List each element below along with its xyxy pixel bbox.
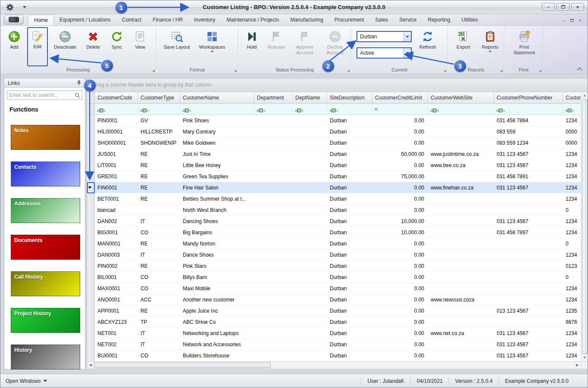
cell[interactable]: 0.00 bbox=[372, 238, 428, 249]
table-row[interactable]: BET0001REBetties Summer Shop at t...Durb… bbox=[87, 193, 581, 205]
cell[interactable]: Dance Shoes bbox=[180, 249, 254, 261]
cell[interactable]: 9876 bbox=[563, 317, 581, 328]
cell[interactable]: Durban bbox=[327, 137, 372, 149]
cell[interactable]: BET0001 bbox=[95, 193, 138, 205]
cell[interactable]: RE bbox=[138, 182, 180, 193]
row-indicator[interactable] bbox=[87, 126, 95, 137]
cell[interactable] bbox=[428, 238, 494, 249]
cell[interactable]: 1235 bbox=[563, 305, 581, 317]
cell[interactable] bbox=[494, 317, 563, 328]
cell[interactable]: CO bbox=[138, 227, 180, 238]
cell[interactable] bbox=[293, 238, 327, 249]
cell[interactable]: 031 123 4567 bbox=[494, 160, 563, 171]
table-row[interactable]: DAN0003ITDance ShoesDurban0.001234 bbox=[87, 249, 581, 261]
cell[interactable]: LIT0001 bbox=[95, 160, 138, 171]
application-menu-button[interactable] bbox=[4, 15, 24, 25]
table-row[interactable]: PIN0002REPink StarsDurban0.000123 bbox=[87, 261, 581, 272]
cell[interactable] bbox=[494, 261, 563, 272]
cell[interactable] bbox=[428, 115, 494, 126]
cell[interactable]: 0 bbox=[563, 272, 581, 283]
selected-row-indicator[interactable]: ▶ bbox=[87, 182, 95, 193]
cell[interactable]: JUS001 bbox=[95, 149, 138, 160]
cell[interactable]: www.justintime.co.za bbox=[428, 149, 494, 160]
tab-procurement[interactable]: Procurement bbox=[329, 15, 370, 25]
cell[interactable] bbox=[293, 317, 327, 328]
collapse-ribbon-icon[interactable] bbox=[575, 67, 583, 72]
cell[interactable]: Maxi Mobile bbox=[180, 283, 254, 294]
cell[interactable] bbox=[254, 339, 293, 350]
cell[interactable] bbox=[254, 272, 293, 283]
cell[interactable]: CO bbox=[138, 272, 180, 283]
column-header-customername[interactable]: CustomerName bbox=[180, 92, 254, 104]
filter-cell[interactable]: aBc bbox=[95, 104, 138, 115]
cell[interactable] bbox=[293, 205, 327, 216]
filter-cell[interactable]: aBc bbox=[428, 104, 494, 115]
cell[interactable]: 031 123 4567 bbox=[494, 339, 563, 350]
cell[interactable]: 0.00 bbox=[372, 339, 428, 350]
cell[interactable] bbox=[428, 193, 494, 205]
reports-button[interactable]: Reports bbox=[478, 27, 502, 66]
mdi-close-icon[interactable]: × bbox=[579, 18, 582, 23]
cell[interactable] bbox=[428, 137, 494, 149]
cell[interactable]: SHO000001 bbox=[95, 137, 138, 149]
cell[interactable]: ABCXYZ123 bbox=[95, 317, 138, 328]
cell[interactable] bbox=[254, 294, 293, 305]
cell[interactable] bbox=[428, 205, 494, 216]
table-row[interactable]: JUS001REJust In TimeDurban50,000.00www.j… bbox=[87, 149, 581, 160]
cell[interactable]: 1234 bbox=[563, 216, 581, 227]
pin-icon[interactable] bbox=[76, 80, 82, 86]
cell[interactable] bbox=[254, 350, 293, 361]
sidebar-item-contacts[interactable]: Contacts bbox=[11, 161, 80, 186]
cell[interactable]: Little Bee Honey bbox=[180, 160, 254, 171]
cell[interactable]: 0123 bbox=[563, 261, 581, 272]
cell[interactable] bbox=[254, 115, 293, 126]
mdi-restore-icon[interactable] bbox=[570, 19, 574, 22]
cell[interactable]: DAN002 bbox=[95, 216, 138, 227]
cell[interactable]: 1234 bbox=[563, 350, 581, 361]
chevron-down-icon[interactable] bbox=[403, 48, 411, 58]
search-icon[interactable] bbox=[74, 92, 81, 99]
cell[interactable] bbox=[254, 160, 293, 171]
sidebar-item-documents[interactable]: Documents bbox=[11, 235, 80, 260]
cell[interactable]: 083 559 1234 bbox=[494, 137, 563, 149]
cell[interactable]: Durban bbox=[327, 171, 372, 182]
cell[interactable]: NET001 bbox=[95, 328, 138, 339]
delete-button[interactable]: Delete bbox=[82, 27, 104, 66]
cell[interactable]: www.bee.co.za bbox=[428, 160, 494, 171]
cell[interactable]: North West Branch bbox=[180, 205, 254, 216]
cell[interactable]: MAN0001 bbox=[95, 238, 138, 249]
cell[interactable]: Durban bbox=[327, 339, 372, 350]
cell[interactable]: 031 456 7891 bbox=[494, 171, 563, 182]
table-row[interactable]: HIL000001HILLCRESTPMary ContraryDurban0.… bbox=[87, 126, 581, 137]
cell[interactable]: 1234 bbox=[563, 227, 581, 238]
cell[interactable]: Durban bbox=[327, 305, 372, 317]
cell[interactable]: Durban bbox=[327, 216, 372, 227]
dialog-launcher-icon[interactable] bbox=[444, 69, 446, 72]
cell[interactable] bbox=[293, 193, 327, 205]
vertical-scroll-thumb[interactable] bbox=[582, 99, 588, 354]
cell[interactable]: IT bbox=[138, 328, 180, 339]
cell[interactable]: RE bbox=[138, 160, 180, 171]
hold-button[interactable]: Hold bbox=[242, 27, 262, 66]
cell[interactable]: biancad bbox=[95, 205, 138, 216]
cell[interactable] bbox=[254, 216, 293, 227]
cell[interactable] bbox=[254, 137, 293, 149]
cell[interactable]: RE bbox=[138, 238, 180, 249]
cell[interactable]: Mary Contrary bbox=[180, 126, 254, 137]
row-indicator[interactable] bbox=[87, 272, 95, 283]
cell[interactable]: 0.00 bbox=[372, 305, 428, 317]
cell[interactable] bbox=[293, 283, 327, 294]
sidebar-item-project-history[interactable]: Project History bbox=[11, 308, 80, 333]
filter-cell[interactable]: aBc bbox=[563, 104, 582, 115]
cell[interactable] bbox=[428, 305, 494, 317]
refresh-button[interactable]: Refresh bbox=[414, 27, 441, 66]
cell[interactable] bbox=[428, 171, 494, 182]
cell[interactable]: Durban bbox=[327, 261, 372, 272]
cell[interactable]: Durban bbox=[327, 182, 372, 193]
cell[interactable]: 0.00 bbox=[372, 350, 428, 361]
cell[interactable]: Another new customer bbox=[180, 294, 254, 305]
cell[interactable] bbox=[494, 193, 563, 205]
search-input[interactable] bbox=[7, 92, 74, 98]
cell[interactable] bbox=[254, 227, 293, 238]
cell[interactable]: BUI0001 bbox=[95, 350, 138, 361]
